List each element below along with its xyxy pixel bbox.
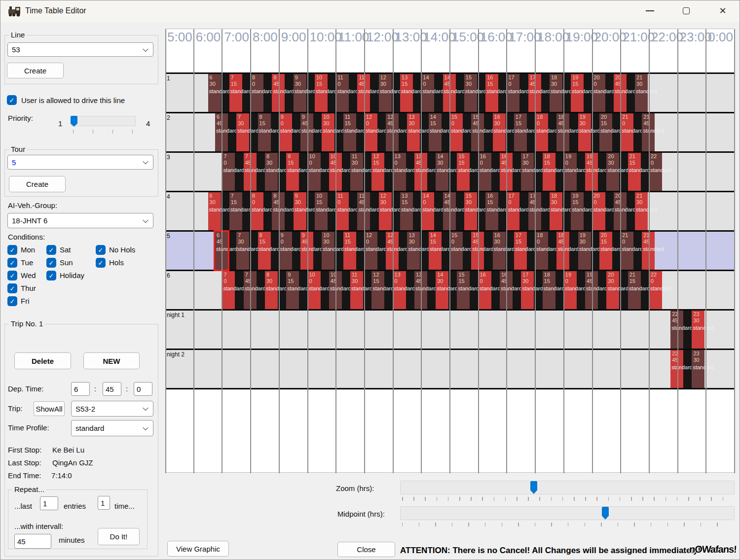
- trip-block-13-30[interactable]: 1330standard: [407, 113, 420, 151]
- trip-block-11-0[interactable]: 110standard: [336, 192, 349, 230]
- trip-block-7-0[interactable]: 70standard: [222, 153, 235, 191]
- trip-block-6-30[interactable]: 630standard: [208, 74, 221, 112]
- condition-checkbox-tue[interactable]: ✓: [7, 258, 17, 268]
- trip-block-8-15[interactable]: 815standard: [258, 232, 271, 270]
- trip-block-14-15[interactable]: 1415standard: [429, 113, 442, 151]
- trip-block-10-15[interactable]: 1015standard: [315, 74, 328, 112]
- trip-block-15-0[interactable]: 150standard: [450, 113, 463, 151]
- trip-block-14-30[interactable]: 1430standard: [436, 271, 448, 309]
- trip-block-10-0[interactable]: 100standard: [308, 153, 321, 191]
- trip-block-9-0[interactable]: 90standard: [279, 113, 292, 151]
- trip-block-15-30[interactable]: 1530standard: [464, 192, 477, 230]
- tour-create-button[interactable]: Create: [9, 176, 66, 192]
- trip-block-19-0[interactable]: 190standard: [564, 271, 577, 309]
- dep-minute-field[interactable]: [103, 382, 121, 396]
- time-profile-select[interactable]: standard: [71, 420, 153, 436]
- trip-block-19-30[interactable]: 1930standard: [578, 232, 591, 270]
- trip-block-20-15[interactable]: 2015standard: [599, 113, 612, 151]
- midpoint-slider-track[interactable]: [400, 506, 735, 520]
- trip-block-12-0[interactable]: 120standard: [365, 113, 377, 151]
- trip-block-22-0[interactable]: 220standard: [649, 153, 662, 191]
- trip-block-21-0[interactable]: 210standard: [621, 232, 633, 270]
- condition-checkbox-thur[interactable]: ✓: [7, 283, 17, 293]
- trip-block-16-0[interactable]: 160standard: [479, 153, 491, 191]
- trip-block-6-30[interactable]: 630standard: [208, 192, 221, 230]
- trip-block-21-30[interactable]: 2130standard: [635, 74, 648, 112]
- condition-checkbox-sun[interactable]: ✓: [46, 258, 56, 268]
- trip-block-15-0[interactable]: 150standard: [450, 232, 463, 270]
- condition-checkbox-no-hols[interactable]: ✓: [96, 245, 106, 255]
- trip-block-9-30[interactable]: 930standard: [294, 192, 306, 230]
- trip-block-7-15[interactable]: 715standard: [229, 192, 242, 230]
- trip-block-10-30[interactable]: 1030standard: [322, 232, 334, 270]
- trip-block-8-15[interactable]: 815standard: [258, 113, 271, 151]
- repeat-entries-field[interactable]: [40, 496, 58, 510]
- line-create-button[interactable]: Create: [7, 63, 64, 78]
- dialog-close-button[interactable]: Close: [337, 542, 395, 557]
- trip-block-17-30[interactable]: 1730standard: [521, 153, 534, 191]
- show-all-button[interactable]: ShowAll: [34, 401, 65, 416]
- trip-block-18-30[interactable]: 1830standard: [550, 74, 562, 112]
- trip-block-18-0[interactable]: 180standard: [535, 113, 548, 151]
- ai-veh-group-select[interactable]: 18-JHNT 6: [7, 213, 153, 228]
- minimize-button[interactable]: [639, 1, 661, 20]
- trip-block-11-30[interactable]: 1130standard: [350, 271, 363, 309]
- trip-block-12-15[interactable]: 1215standard: [371, 153, 384, 191]
- trip-block-21-15[interactable]: 2115standard: [628, 271, 641, 309]
- priority-slider-track[interactable]: [71, 116, 136, 126]
- trip-block-20-30[interactable]: 2030standard: [606, 271, 619, 309]
- trip-block-19-30[interactable]: 1930standard: [578, 113, 591, 151]
- trip-block-11-15[interactable]: 1115standard: [343, 113, 356, 151]
- repeat-interval-field[interactable]: [14, 534, 51, 549]
- trip-block-14-15[interactable]: 1415standard: [429, 232, 442, 270]
- maximize-button[interactable]: [675, 1, 697, 20]
- trip-block-10-15[interactable]: 1015standard: [315, 192, 328, 230]
- trip-block-14-0[interactable]: 140standard: [421, 192, 434, 230]
- trip-block-21-15[interactable]: 2115standard: [628, 153, 641, 191]
- trip-block-13-15[interactable]: 1315standard: [400, 192, 413, 230]
- trip-block-12-15[interactable]: 1215standard: [371, 271, 384, 309]
- trip-block-8-0[interactable]: 80standard: [251, 74, 263, 112]
- trip-block-11-30[interactable]: 1130standard: [350, 153, 363, 191]
- trip-block-10-30[interactable]: 1030standard: [322, 113, 334, 151]
- trip-block-19-0[interactable]: 190standard: [564, 153, 577, 191]
- trip-block-19-15[interactable]: 1915standard: [571, 74, 584, 112]
- trip-block-9-15[interactable]: 915standard: [286, 153, 299, 191]
- condition-checkbox-holiday[interactable]: ✓: [46, 271, 56, 280]
- trip-block-8-0[interactable]: 80standard: [251, 192, 263, 230]
- trip-block-11-15[interactable]: 1115standard: [343, 232, 356, 270]
- new-button[interactable]: NEW: [83, 352, 140, 369]
- condition-checkbox-mon[interactable]: ✓: [7, 245, 17, 255]
- trip-block-8-30[interactable]: 830standard: [265, 153, 278, 191]
- condition-checkbox-fri[interactable]: ✓: [7, 296, 17, 306]
- trip-block-12-30[interactable]: 1230standard: [379, 74, 392, 112]
- trip-block-15-30[interactable]: 1530standard: [464, 74, 477, 112]
- trip-block-7-30[interactable]: 730standard: [236, 232, 249, 270]
- trip-block-16-0[interactable]: 160standard: [479, 271, 491, 309]
- tour-select[interactable]: 5: [7, 155, 153, 170]
- dep-second-field[interactable]: [134, 382, 152, 396]
- repeat-times-field[interactable]: [98, 496, 110, 510]
- drive-line-checkbox[interactable]: ✓: [7, 95, 17, 105]
- trip-block-18-15[interactable]: 1815standard: [543, 153, 555, 191]
- trip-block-20-0[interactable]: 200standard: [592, 192, 605, 230]
- trip-block-7-30[interactable]: 730standard: [236, 113, 249, 151]
- trip-select[interactable]: S53-2: [71, 401, 153, 417]
- line-select[interactable]: 53: [7, 42, 153, 57]
- trip-block-14-30[interactable]: 1430standard: [436, 153, 448, 191]
- trip-block-23-30[interactable]: 2330standard: [692, 311, 704, 349]
- trip-block-11-0[interactable]: 110standard: [336, 74, 349, 112]
- condition-checkbox-sat[interactable]: ✓: [46, 245, 56, 255]
- trip-block-8-30[interactable]: 830standard: [265, 271, 278, 309]
- trip-block-16-15[interactable]: 1615standard: [485, 192, 498, 230]
- trip-block-7-0[interactable]: 70standard: [222, 271, 235, 309]
- trip-block-7-15[interactable]: 715standard: [229, 74, 242, 112]
- trip-block-21-30[interactable]: 2130standard: [635, 192, 648, 230]
- trip-block-17-30[interactable]: 1730standard: [521, 271, 534, 309]
- dep-hour-field[interactable]: [71, 382, 90, 396]
- trip-block-23-30[interactable]: 2330standard: [692, 350, 704, 388]
- trip-block-18-30[interactable]: 1830standard: [550, 192, 562, 230]
- trip-block-18-15[interactable]: 1815standard: [543, 271, 555, 309]
- trip-block-16-15[interactable]: 1615standard: [485, 74, 498, 112]
- condition-checkbox-wed[interactable]: ✓: [7, 271, 17, 280]
